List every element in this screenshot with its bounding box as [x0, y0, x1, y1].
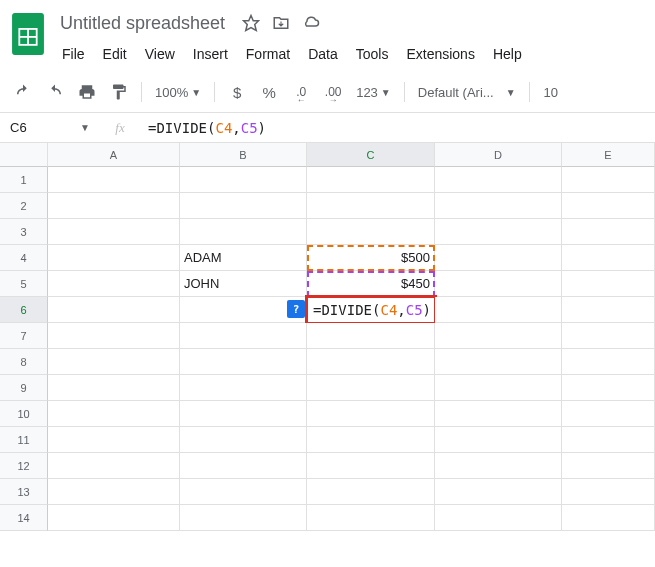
currency-button[interactable]: $ [222, 78, 252, 106]
cell[interactable] [562, 245, 655, 271]
formula-input[interactable]: =DIVIDE(C4,C5) [140, 120, 655, 136]
cell[interactable] [562, 479, 655, 505]
col-header-D[interactable]: D [435, 143, 562, 167]
row-header[interactable]: 7 [0, 323, 48, 349]
cell[interactable] [180, 505, 307, 531]
cell[interactable] [307, 453, 435, 479]
star-icon[interactable] [241, 13, 261, 33]
row-header[interactable]: 10 [0, 401, 48, 427]
cell[interactable] [435, 401, 562, 427]
row-header[interactable]: 13 [0, 479, 48, 505]
cell-B5[interactable]: JOHN [180, 271, 307, 297]
menu-extensions[interactable]: Extensions [398, 42, 482, 66]
cell[interactable] [562, 219, 655, 245]
cell[interactable] [435, 245, 562, 271]
cell[interactable] [435, 297, 562, 323]
cell-B4[interactable]: ADAM [180, 245, 307, 271]
zoom-dropdown[interactable]: 100%▼ [149, 78, 207, 106]
cell[interactable] [48, 375, 180, 401]
cell[interactable] [435, 375, 562, 401]
row-header[interactable]: 2 [0, 193, 48, 219]
cell[interactable] [180, 401, 307, 427]
cell[interactable] [180, 193, 307, 219]
row-header[interactable]: 5 [0, 271, 48, 297]
cell[interactable] [48, 349, 180, 375]
cell[interactable] [180, 167, 307, 193]
cell[interactable] [307, 479, 435, 505]
undo-icon[interactable] [8, 78, 38, 106]
cell[interactable] [435, 193, 562, 219]
cell[interactable] [307, 375, 435, 401]
font-size-input[interactable]: 10 [537, 78, 565, 106]
row-header[interactable]: 14 [0, 505, 48, 531]
cell[interactable] [307, 193, 435, 219]
cell[interactable] [48, 323, 180, 349]
cell[interactable] [562, 323, 655, 349]
doc-title[interactable]: Untitled spreadsheet [54, 11, 231, 36]
cell[interactable] [48, 271, 180, 297]
cell[interactable] [562, 349, 655, 375]
move-icon[interactable] [271, 13, 291, 33]
col-header-B[interactable]: B [180, 143, 307, 167]
cell[interactable] [180, 349, 307, 375]
menu-insert[interactable]: Insert [185, 42, 236, 66]
row-header[interactable]: 9 [0, 375, 48, 401]
cell[interactable] [307, 349, 435, 375]
cell[interactable] [435, 219, 562, 245]
cell[interactable] [435, 453, 562, 479]
row-header[interactable]: 8 [0, 349, 48, 375]
menu-tools[interactable]: Tools [348, 42, 397, 66]
menu-format[interactable]: Format [238, 42, 298, 66]
cell[interactable] [562, 271, 655, 297]
cell[interactable] [562, 297, 655, 323]
cell[interactable] [435, 479, 562, 505]
number-format-dropdown[interactable]: 123▼ [350, 78, 397, 106]
cell[interactable] [48, 297, 180, 323]
redo-icon[interactable] [40, 78, 70, 106]
row-header[interactable]: 12 [0, 453, 48, 479]
cell[interactable] [180, 453, 307, 479]
cell-C4[interactable]: $500 [307, 245, 435, 271]
font-dropdown[interactable]: Default (Ari...▼ [412, 78, 522, 106]
select-all-corner[interactable] [0, 143, 48, 167]
cell[interactable] [48, 505, 180, 531]
cell[interactable] [180, 479, 307, 505]
cell[interactable] [562, 505, 655, 531]
row-header[interactable]: 3 [0, 219, 48, 245]
col-header-C[interactable]: C [307, 143, 435, 167]
cell[interactable] [435, 427, 562, 453]
cell[interactable] [562, 375, 655, 401]
menu-view[interactable]: View [137, 42, 183, 66]
cell[interactable] [180, 323, 307, 349]
name-box[interactable]: C6 ▼ [0, 120, 100, 135]
cell[interactable] [48, 427, 180, 453]
row-header[interactable]: 6 [0, 297, 48, 323]
cell[interactable] [435, 167, 562, 193]
menu-edit[interactable]: Edit [95, 42, 135, 66]
cell[interactable] [48, 193, 180, 219]
cell[interactable] [48, 479, 180, 505]
formula-help-icon[interactable]: ? [287, 300, 305, 318]
increase-decimal-button[interactable]: .00→ [318, 78, 348, 106]
cell[interactable] [48, 167, 180, 193]
cell[interactable] [180, 219, 307, 245]
cell[interactable] [307, 505, 435, 531]
percent-button[interactable]: % [254, 78, 284, 106]
cell[interactable] [307, 219, 435, 245]
menu-file[interactable]: File [54, 42, 93, 66]
decrease-decimal-button[interactable]: .0← [286, 78, 316, 106]
cell[interactable] [307, 427, 435, 453]
cell[interactable] [562, 167, 655, 193]
col-header-A[interactable]: A [48, 143, 180, 167]
cell[interactable] [435, 271, 562, 297]
sheets-logo[interactable] [8, 8, 48, 60]
cell[interactable] [307, 323, 435, 349]
cell[interactable] [562, 401, 655, 427]
paint-format-icon[interactable] [104, 78, 134, 106]
row-header[interactable]: 1 [0, 167, 48, 193]
cell[interactable] [48, 453, 180, 479]
print-icon[interactable] [72, 78, 102, 106]
cell-C5[interactable]: $450 [307, 271, 435, 297]
cell-C6-editing[interactable]: ? =DIVIDE(C4,C5) [307, 297, 435, 323]
cell[interactable] [562, 453, 655, 479]
